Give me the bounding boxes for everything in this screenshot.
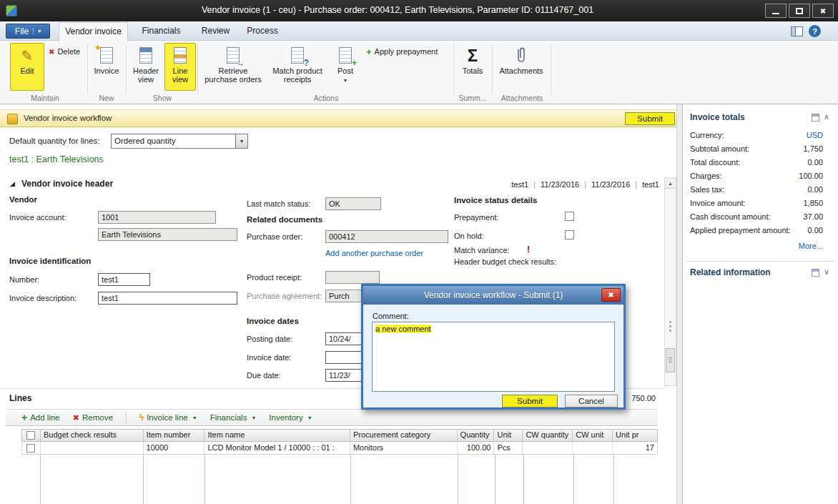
tab-vendor-invoice[interactable]: Vendor invoice — [59, 22, 128, 41]
number-field[interactable]: test1 — [98, 273, 150, 286]
col-header-procurement-category[interactable]: Procurement category — [350, 430, 458, 441]
invoice-account-field[interactable]: 1001 — [98, 211, 216, 224]
minimize-button[interactable] — [765, 4, 787, 18]
dialog-submit-button[interactable]: Submit — [502, 395, 558, 407]
col-header-budget-check[interactable]: Budget check results — [41, 430, 144, 441]
description-field[interactable]: test1 — [98, 292, 237, 305]
col-header-item-name[interactable]: Item name — [204, 430, 350, 441]
product-receipt-field[interactable] — [325, 271, 380, 284]
add-purchase-order-link[interactable]: Add another purchase order — [325, 249, 423, 257]
select-all-checkbox-cell[interactable] — [22, 430, 41, 441]
prepayment-checkbox[interactable] — [565, 212, 574, 221]
record-info-date2: 11/23/2016 — [591, 180, 630, 189]
col-header-unit[interactable]: Unit — [494, 430, 523, 441]
layout-pane-icon[interactable] — [791, 26, 803, 36]
combo-dropdown-icon[interactable]: ▾ — [235, 134, 247, 148]
file-menu-button[interactable]: File ▾ — [6, 24, 50, 39]
totals-row-charges: Charges: 100.00 — [690, 172, 823, 180]
open-in-grid-icon[interactable] — [812, 114, 819, 122]
match-label: Match product receipts — [267, 66, 328, 84]
last-match-field[interactable]: OK — [325, 197, 381, 210]
tab-financials[interactable]: Financials — [133, 21, 189, 41]
row-value: 1,850 — [803, 199, 823, 207]
col-header-quantity[interactable]: Quantity — [458, 430, 495, 441]
delete-button[interactable]: ✖ Delete — [46, 44, 83, 59]
col-header-item-number[interactable]: Item number — [144, 430, 205, 441]
totals-row-cash-discount: Cash discount amount: 37.00 — [690, 212, 823, 221]
col-header-cw-quantity[interactable]: CW quantity — [523, 430, 573, 441]
group-separator — [453, 44, 454, 94]
cell-cw-unit[interactable] — [573, 442, 613, 454]
inventory-menu-button[interactable]: Inventory ▼ — [269, 413, 312, 422]
header-view-button[interactable]: Header view — [129, 43, 163, 91]
edit-button[interactable]: ✎ Edit — [10, 43, 44, 91]
dialog-close-button[interactable]: ✖ — [601, 288, 621, 302]
scroll-up-button[interactable]: ▲ — [665, 178, 676, 189]
currency-value-link[interactable]: USD — [807, 131, 823, 139]
cell-item-number[interactable]: 10000 — [144, 442, 205, 454]
workflow-submit-button[interactable]: Submit — [625, 112, 675, 125]
row-checkbox-cell[interactable] — [22, 442, 41, 454]
vendor-name-field[interactable]: Earth Televisions — [98, 228, 237, 241]
totals-button[interactable]: Σ Totals — [456, 43, 489, 91]
col-header-cw-unit[interactable]: CW unit — [573, 430, 613, 441]
cell-quantity[interactable]: 100.00 — [458, 442, 495, 454]
remove-line-button[interactable]: ✖ Remove — [73, 413, 113, 423]
close-button[interactable]: ✖ — [812, 4, 834, 18]
minimize-icon — [772, 13, 779, 14]
expand-icon[interactable]: ∨ — [824, 267, 829, 277]
file-label: File — [15, 26, 29, 36]
invoice-doc-icon — [100, 47, 113, 64]
invoice-account-label: Invoice account: — [9, 213, 66, 222]
select-all-checkbox[interactable] — [26, 431, 35, 440]
financials-menu-button[interactable]: Financials ▼ — [210, 413, 257, 422]
default-quantity-select[interactable]: Ordered quantity ▾ — [111, 134, 248, 149]
attachments-label: Attachments — [499, 66, 543, 75]
col-header-unit-price[interactable]: Unit pr — [613, 430, 657, 441]
add-line-button[interactable]: + Add line — [21, 412, 60, 423]
on-hold-checkbox[interactable] — [565, 230, 574, 239]
pane-splitter[interactable] — [676, 104, 683, 504]
comment-textarea[interactable]: a new comment — [372, 322, 615, 392]
tab-process[interactable]: Process — [241, 21, 284, 41]
cell-procurement-category[interactable]: Monitors — [350, 442, 458, 454]
retrieve-purchase-orders-button[interactable]: → Retrieve purchase orders — [202, 43, 265, 91]
post-button[interactable]: + Post ▼ — [330, 43, 360, 91]
match-product-receipts-button[interactable]: ? Match product receipts — [266, 43, 329, 91]
post-dropdown-icon: ▼ — [343, 76, 348, 85]
more-link[interactable]: More... — [799, 242, 823, 250]
posting-date-label: Posting date: — [247, 335, 292, 343]
workflow-bar: Vendor invoice workflow Submit — [0, 109, 679, 127]
line-view-button[interactable]: Line view — [164, 43, 196, 91]
group-label-summary: Summ... — [455, 94, 491, 102]
new-invoice-button[interactable]: ★ Invoice — [90, 43, 123, 91]
retrieve-label: Retrieve purchase orders — [202, 66, 264, 84]
section-expander-icon[interactable]: ◢ — [10, 180, 15, 187]
collapse-icon[interactable]: ∧ — [824, 112, 829, 122]
maximize-icon — [796, 8, 803, 14]
cell-unit-price[interactable]: 17 — [613, 442, 657, 454]
group-label-new: New — [90, 94, 123, 102]
cell-budget-check[interactable] — [41, 442, 144, 454]
purchase-order-field[interactable]: 000412 — [325, 230, 448, 243]
cell-item-name[interactable]: LCD Monitor Model 1 / 10000 : : 01 : — [204, 442, 350, 454]
purchase-agreement-label: Purchase agreement: — [247, 292, 322, 300]
row-checkbox[interactable] — [26, 444, 35, 453]
delete-label: Delete — [57, 47, 80, 56]
add-icon: + — [21, 412, 27, 423]
help-icon[interactable]: ? — [809, 25, 821, 37]
vertical-scrollbar[interactable]: ▲ — [664, 177, 676, 386]
invoice-line-menu-button[interactable]: ϟ Invoice line ▼ — [139, 412, 197, 423]
dialog-cancel-button[interactable]: Cancel — [565, 395, 618, 407]
cell-cw-quantity[interactable] — [523, 442, 573, 454]
tab-review[interactable]: Review — [194, 21, 237, 41]
attachments-button[interactable]: Attachments — [495, 43, 548, 91]
maximize-button[interactable] — [789, 4, 810, 18]
cell-unit[interactable]: Pcs — [494, 442, 523, 454]
menu-bar: File ▾ Vendor invoice Financials Review … — [0, 21, 838, 41]
record-info-number: test1 — [511, 180, 528, 189]
apply-prepayment-button[interactable]: + Apply prepayment — [363, 44, 440, 59]
scrollbar-thumb[interactable] — [666, 348, 675, 372]
open-in-grid-icon[interactable] — [812, 269, 819, 277]
totals-row-discount: Total discount: 0.00 — [690, 158, 823, 167]
